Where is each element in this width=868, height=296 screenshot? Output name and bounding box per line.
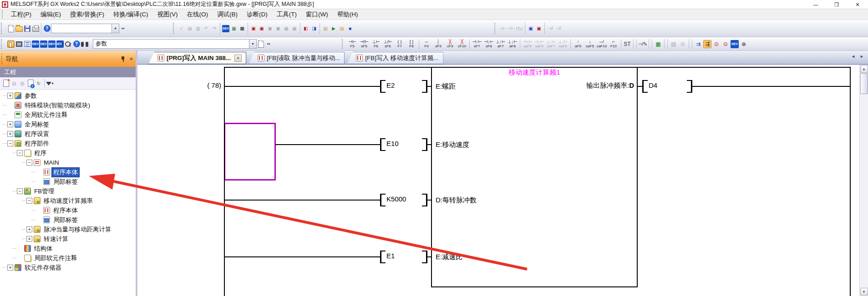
- menu-item-0[interactable]: 工程(P): [6, 10, 36, 20]
- tree-item-7[interactable]: −MAIN: [0, 158, 136, 167]
- ladder-button-F9[interactable]: ─F9: [421, 38, 432, 50]
- refresh-icon[interactable]: ↻: [35, 80, 42, 87]
- ladder-button-sF5[interactable]: ⊣/⊢sF5: [358, 38, 370, 50]
- sampling-trace2-icon[interactable]: ▣: [535, 25, 543, 32]
- device-display-icon[interactable]: DEV▼: [56, 40, 64, 48]
- tree-item-9[interactable]: 局部标签: [0, 177, 136, 186]
- watch1-icon[interactable]: ▦: [283, 25, 290, 32]
- copy-icon[interactable]: ▤: [186, 25, 193, 32]
- redo-icon[interactable]: ↷: [211, 25, 218, 32]
- forced-io-icon[interactable]: ◨: [310, 25, 318, 32]
- inline-st-icon[interactable]: ⇉: [694, 40, 702, 48]
- ladder-button-sF6[interactable]: ⊥/⊢sF6: [382, 38, 394, 50]
- check-icon[interactable]: ✓: [178, 25, 185, 32]
- save-project-icon[interactable]: [24, 25, 31, 32]
- monitor-coil-icon[interactable]: ⊓⊔: [516, 25, 523, 32]
- minimize-button[interactable]: —: [805, 0, 826, 9]
- help-question-icon[interactable]: [73, 40, 80, 48]
- edit-contact-icon[interactable]: ⊣✎: [639, 40, 647, 48]
- ladder-button-aF8[interactable]: ⊥↓⊢aF8: [507, 38, 518, 50]
- menu-item-1[interactable]: 编辑(E): [36, 10, 66, 20]
- document-tab-2[interactable]: [FB]写入 移动速度计算频...: [347, 52, 443, 64]
- tree-item-1[interactable]: 特殊模块(智能功能模块): [0, 100, 136, 110]
- toolbar-overflow-icon[interactable]: ▾▾: [120, 24, 126, 34]
- tree-item-11[interactable]: −移动速度计算频率: [0, 196, 136, 206]
- device-find-icon[interactable]: DEV: [32, 40, 39, 48]
- ladder-button-F7[interactable]: ( )F7: [394, 38, 406, 50]
- modify-value-icon[interactable]: ◧: [302, 25, 310, 32]
- tree-expand-icon[interactable]: +: [7, 93, 13, 99]
- undo-icon[interactable]: ↶: [203, 25, 210, 32]
- online-write-icon[interactable]: ▶: [330, 25, 337, 32]
- print-icon[interactable]: [32, 25, 39, 32]
- tree-item-selected-8[interactable]: 程序本体: [0, 167, 136, 177]
- open-project-icon[interactable]: [15, 25, 23, 32]
- menu-item-10[interactable]: 帮助(H): [333, 10, 363, 20]
- ladder-button-F5[interactable]: ⊣⊢F5: [346, 38, 358, 50]
- paste-icon[interactable]: ▥: [194, 25, 202, 32]
- ladder-button-caF5[interactable]: ↓caF5: [584, 38, 596, 50]
- tab-scroll-left-icon[interactable]: ◄: [850, 53, 857, 60]
- tree-item-12[interactable]: 程序本体: [0, 206, 136, 215]
- tree-item-13[interactable]: 局部标签: [0, 215, 136, 225]
- tree-item-0[interactable]: +参数: [0, 91, 136, 100]
- menu-item-9[interactable]: 窗口(W): [301, 10, 333, 20]
- paste-data-icon[interactable]: ▥: [19, 80, 26, 87]
- new-project-icon[interactable]: [7, 25, 15, 32]
- filter-icon[interactable]: ▼: [46, 80, 54, 87]
- ladder-button-cF10[interactable]: ╳cF10: [456, 38, 468, 50]
- task-list-icon[interactable]: [24, 40, 31, 48]
- tree-expand-icon[interactable]: +: [26, 226, 32, 232]
- monitor-stop-icon[interactable]: ▣: [258, 25, 265, 32]
- menu-item-2[interactable]: 搜索/替换(F): [66, 10, 109, 20]
- tree-item-15[interactable]: +转速计算: [0, 234, 136, 244]
- tree-item-6[interactable]: −程序: [0, 148, 136, 158]
- ladder-button-sF7[interactable]: ⊣↑⊢sF7: [471, 38, 483, 50]
- local-device-icon[interactable]: ▤: [322, 25, 329, 32]
- ladder-button-sF8[interactable]: ⊣↓⊢sF8: [483, 38, 495, 50]
- tree-item-14[interactable]: +脉冲当量与移动距离计算: [0, 225, 136, 234]
- quick-find-combo[interactable]: ▼: [51, 24, 119, 33]
- combo-dropdown-icon[interactable]: ▼: [249, 40, 256, 48]
- monitor-contact1-icon[interactable]: ⊣⊢: [499, 25, 507, 32]
- device-batch-monitor-icon[interactable]: ▦: [230, 25, 238, 32]
- tab-scroll-right-icon[interactable]: ►: [858, 53, 865, 60]
- remote-stop-icon[interactable]: ■: [346, 25, 354, 32]
- menu-item-3[interactable]: 转换/编译(C): [109, 10, 153, 20]
- tree-expand-icon[interactable]: +: [7, 121, 13, 127]
- tree-item-18[interactable]: +软元件存储器: [0, 263, 136, 272]
- property-icon[interactable]: [27, 80, 34, 87]
- ladder-button-F6[interactable]: ⊥⊢F6: [370, 38, 382, 50]
- close-button[interactable]: ✕: [847, 0, 868, 9]
- tree-item-5[interactable]: −程序部件: [0, 139, 136, 148]
- zoom-icon[interactable]: ⊕: [740, 40, 748, 48]
- tree-expand-icon[interactable]: −: [26, 160, 32, 166]
- ladder-button-cF9[interactable]: ╳cF9: [444, 38, 456, 50]
- monitor-write-icon[interactable]: ▣: [266, 25, 274, 32]
- copy-data-icon[interactable]: ▤: [10, 80, 18, 87]
- statement-icon[interactable]: ▤: [670, 40, 678, 48]
- navigation-window-icon[interactable]: [7, 40, 15, 48]
- menu-item-8[interactable]: 工具(T): [272, 10, 301, 20]
- tree-expand-icon[interactable]: +: [7, 131, 13, 137]
- tree-item-10[interactable]: −FB管理: [0, 186, 136, 196]
- menu-item-5[interactable]: 在线(O): [183, 10, 213, 20]
- ladder-button-aF5[interactable]: ↑aF5: [572, 38, 584, 50]
- dropdown-caret-icon[interactable]: ▼: [51, 82, 54, 85]
- dev-find-blue-icon[interactable]: DEV: [731, 40, 739, 48]
- tab-close-icon[interactable]: ✕: [234, 55, 242, 62]
- tree-expand-icon[interactable]: +: [7, 265, 13, 271]
- tree-item-3[interactable]: +全局标签: [0, 120, 136, 129]
- monitor-find1-icon[interactable]: ⊙: [712, 40, 721, 48]
- device-batch-icon[interactable]: DEV: [48, 40, 56, 48]
- document-tab-1[interactable]: [FB]读取 脉冲当量与移动...: [249, 52, 345, 64]
- monitor-contact2-icon[interactable]: ⊣⊢: [508, 25, 515, 32]
- find-binoculars-icon[interactable]: [81, 40, 88, 48]
- ladder-button-sF9[interactable]: │sF9: [432, 38, 444, 50]
- find-device-icon[interactable]: ▼: [65, 40, 72, 48]
- device-display-icon[interactable]: DEV: [222, 25, 229, 32]
- tree-expand-icon[interactable]: −: [7, 140, 13, 146]
- menu-item-4[interactable]: 视图(V): [153, 10, 183, 20]
- program-check-icon[interactable]: ▩: [239, 25, 246, 32]
- module-configuration-icon[interactable]: [15, 40, 23, 48]
